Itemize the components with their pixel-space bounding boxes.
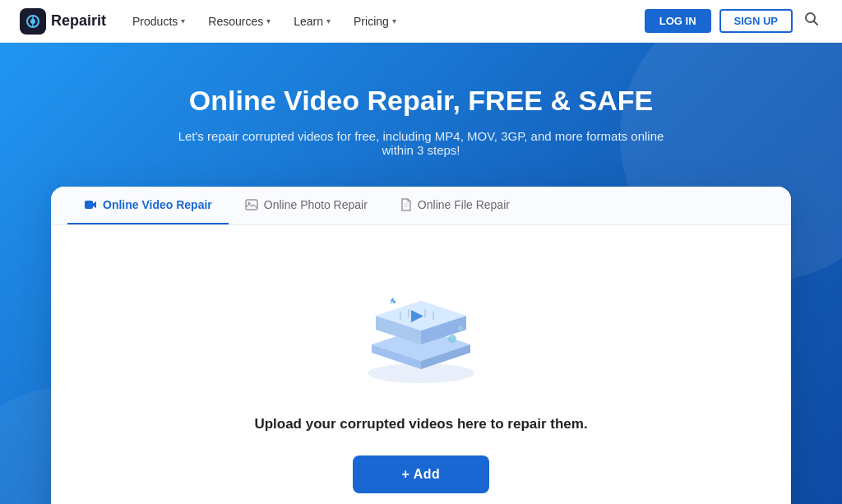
svg-point-12 <box>448 335 456 343</box>
nav-menu: Products ▾ Resources ▾ Learn ▾ Pricing ▾ <box>123 10 645 33</box>
search-button[interactable] <box>801 8 822 34</box>
chevron-down-icon: ▾ <box>266 16 271 25</box>
logo-link[interactable]: Repairit <box>20 8 106 35</box>
nav-item-learn[interactable]: Learn ▾ <box>284 10 340 33</box>
nav-item-products[interactable]: Products ▾ <box>123 10 195 33</box>
video-tab-icon <box>84 198 97 211</box>
chevron-down-icon: ▾ <box>181 16 185 25</box>
nav-actions: LOG IN SIGN UP <box>645 8 822 34</box>
tab-online-photo-repair[interactable]: Online Photo Repair <box>229 187 384 224</box>
signup-button[interactable]: SIGN UP <box>719 9 793 33</box>
login-button[interactable]: LOG IN <box>645 9 711 33</box>
repair-card: Online Video Repair Online Photo Repair <box>51 187 791 504</box>
tab-online-file-repair[interactable]: Online File Repair <box>384 187 526 224</box>
hero-section: Online Video Repair, FREE & SAFE Let's r… <box>0 43 842 504</box>
hero-subtitle: Let's repair corrupted videos for free, … <box>174 129 668 157</box>
tab-online-video-repair[interactable]: Online Video Repair <box>67 187 229 224</box>
hero-title: Online Video Repair, FREE & SAFE <box>189 84 653 118</box>
card-body: Upload your corrupted videos here to rep… <box>51 225 791 504</box>
add-button[interactable]: + Add <box>353 455 490 493</box>
file-tab-icon <box>400 198 412 211</box>
svg-rect-6 <box>85 201 93 209</box>
svg-line-5 <box>814 21 818 25</box>
svg-rect-7 <box>246 200 257 210</box>
svg-point-13 <box>458 326 463 331</box>
chevron-down-icon: ▾ <box>392 16 396 25</box>
navbar: Repairit Products ▾ Resources ▾ Learn ▾ … <box>0 0 842 43</box>
logo-text: Repairit <box>51 12 106 30</box>
nav-item-resources[interactable]: Resources ▾ <box>198 10 280 33</box>
tab-bar: Online Video Repair Online Photo Repair <box>51 187 791 225</box>
search-icon <box>804 12 819 26</box>
chevron-down-icon: ▾ <box>326 16 331 25</box>
photo-tab-icon <box>245 198 258 211</box>
logo-icon <box>20 8 46 35</box>
video-illustration <box>347 266 495 390</box>
upload-instruction-text: Upload your corrupted videos here to rep… <box>254 416 587 432</box>
nav-item-pricing[interactable]: Pricing ▾ <box>344 10 406 33</box>
